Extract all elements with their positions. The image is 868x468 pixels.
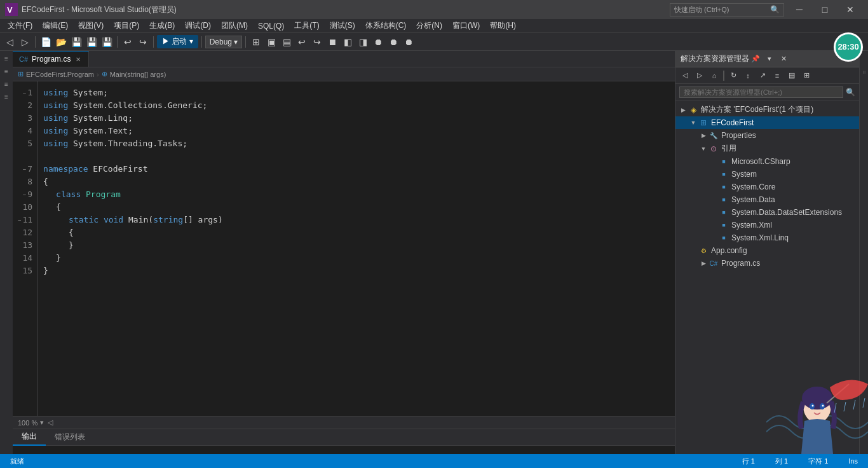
se-tb-filter[interactable]: ≡ (770, 69, 784, 83)
tree-ref-system-xml-linq[interactable]: ■ System.Xml.Linq (675, 231, 859, 244)
menu-analyze[interactable]: 分析(N) (411, 19, 447, 32)
toolbar-forward-btn[interactable]: ▷ (18, 35, 32, 49)
se-tb-props[interactable]: ⊞ (799, 69, 813, 83)
toolbar-btn-j[interactable]: ⏺ (386, 35, 400, 49)
menu-tools[interactable]: 工具(T) (289, 19, 324, 32)
tree-ref-system-data[interactable]: ■ System.Data (675, 193, 859, 206)
se-pin-btn[interactable]: 📌 (749, 53, 762, 65)
breadcrumb-method[interactable]: Main(string[] args) (110, 71, 166, 78)
se-tb-home[interactable]: ⌂ (707, 69, 721, 83)
tab-close-button[interactable]: ✕ (74, 55, 82, 64)
tree-properties[interactable]: ▶ 🔧 Properties (675, 129, 859, 142)
code-content[interactable]: using System; using System.Collections.G… (38, 81, 675, 416)
editor-tab-program-cs[interactable]: C# Program.cs ✕ (13, 51, 89, 67)
se-tb-new[interactable]: ↗ (756, 69, 770, 83)
menu-sql[interactable]: SQL(Q) (253, 20, 289, 32)
tree-arrow-program[interactable]: ▶ (698, 258, 709, 268)
se-dropdown-btn[interactable]: ▾ (763, 53, 776, 65)
se-tb-refresh[interactable]: ↻ (726, 69, 740, 83)
close-button[interactable]: ✕ (837, 0, 863, 19)
kw-using-1: using (43, 86, 73, 99)
toolbar-btn-c[interactable]: ▤ (280, 35, 294, 49)
code-editor[interactable]: − 1 2 3 4 5 − 7 8 − 9 10 − (13, 81, 675, 416)
status-row-text: 行 1 (742, 457, 755, 466)
toolbar-back-btn[interactable]: ◁ (3, 35, 17, 49)
menu-team[interactable]: 团队(M) (216, 19, 253, 32)
toolbar-btn-f[interactable]: ⏹ (325, 35, 339, 49)
toolbar-save-btn[interactable]: 💾 (69, 35, 83, 49)
sidebar-icon-3[interactable]: ≡ (0, 79, 13, 89)
zoom-dropdown-icon[interactable]: ▾ (40, 418, 44, 427)
se-search-input[interactable] (679, 86, 843, 98)
start-button[interactable]: ▶ 启动 ▾ (157, 35, 198, 48)
toolbar-btn-h[interactable]: ◨ (356, 35, 370, 49)
toolbar-btn-d[interactable]: ↩ (295, 35, 309, 49)
toolbar-save-all-btn[interactable]: 💾 (85, 35, 98, 49)
menu-view[interactable]: 视图(V) (73, 19, 109, 32)
collapse-1[interactable]: − (23, 86, 26, 99)
toolbar-btn-a[interactable]: ⊞ (249, 35, 263, 49)
tree-ref-microsoft-csharp[interactable]: ■ Microsoft.CSharp (675, 155, 859, 168)
menu-edit[interactable]: 编辑(E) (37, 19, 73, 32)
status-ready[interactable]: 就绪 (5, 454, 29, 468)
se-tb-pin[interactable]: ↕ (741, 69, 755, 83)
tree-app-config[interactable]: ⚙ App.config (675, 244, 859, 257)
tree-arrow-project[interactable]: ▼ (688, 118, 698, 128)
toolbar-new-btn[interactable]: 📄 (39, 35, 53, 49)
sidebar-icon-2[interactable]: ≡ (0, 66, 13, 76)
tree-project[interactable]: ▼ ⊞ EFCodeFirst (675, 116, 859, 129)
tree-ref-system[interactable]: ■ System (675, 168, 859, 181)
tree-program-cs[interactable]: ▶ C# Program.cs (675, 257, 859, 270)
maximize-button[interactable]: □ (812, 0, 837, 19)
tree-arrow-properties[interactable]: ▶ (698, 130, 709, 141)
menu-architecture[interactable]: 体系结构(C) (360, 19, 412, 32)
zoom-control[interactable]: 100 % ▾ ◁ (18, 418, 53, 427)
collapse-9[interactable]: − (23, 188, 26, 201)
se-close-btn[interactable]: ✕ (777, 53, 790, 65)
tree-references[interactable]: ▼ ⊙ 引用 (675, 142, 859, 155)
se-tb-forward[interactable]: ▷ (693, 69, 707, 83)
menu-help[interactable]: 帮助(H) (485, 19, 521, 32)
tree-solution-root[interactable]: ▶ ◈ 解决方案 'EFCodeFirst'(1 个项目) (675, 103, 859, 116)
toolbar-save-more-btn[interactable]: 💾 (100, 35, 114, 49)
debug-dropdown[interactable]: Debug ▾ (205, 36, 243, 48)
collapse-7[interactable]: − (23, 163, 26, 176)
zoom-scroll-left[interactable]: ◁ (48, 418, 53, 427)
tree-arrow-solution[interactable]: ▶ (678, 105, 688, 115)
sidebar-icon-1[interactable]: ≡ (0, 53, 13, 64)
menu-window[interactable]: 窗口(W) (447, 19, 485, 32)
output-tab-output[interactable]: 输出 (13, 429, 46, 446)
status-char[interactable]: 字符 1 (803, 454, 833, 468)
toolbar-open-btn[interactable]: 📂 (54, 35, 68, 49)
line-numbers: − 1 2 3 4 5 − 7 8 − 9 10 − (13, 81, 38, 416)
editor-area: C# Program.cs ✕ ⊞ EFCodeFirst.Program › … (13, 51, 675, 454)
toolbar-btn-g[interactable]: ◧ (341, 35, 355, 49)
se-tb-collapse[interactable]: ▤ (785, 69, 799, 83)
se-tb-back[interactable]: ◁ (678, 69, 692, 83)
menu-debug[interactable]: 调试(D) (180, 19, 216, 32)
toolbar-btn-e[interactable]: ↪ (310, 35, 324, 49)
tree-arrow-references[interactable]: ▼ (698, 144, 709, 154)
collapse-11[interactable]: − (18, 214, 21, 226)
toolbar-btn-i[interactable]: ⏺ (371, 35, 385, 49)
menu-project[interactable]: 项目(P) (109, 19, 144, 32)
status-row[interactable]: 行 1 (737, 454, 760, 468)
tree-ref-system-xml[interactable]: ■ System.Xml (675, 219, 859, 231)
tree-ref-system-core[interactable]: ■ System.Core (675, 181, 859, 193)
tree-ref-system-data-ds-ext[interactable]: ■ System.Data.DataSetExtensions (675, 206, 859, 219)
menu-test[interactable]: 测试(S) (325, 19, 360, 32)
references-icon: ⊙ (709, 144, 719, 154)
minimize-button[interactable]: ─ (787, 0, 812, 19)
menu-build[interactable]: 生成(B) (144, 19, 180, 32)
toolbar-redo-btn[interactable]: ↪ (136, 35, 150, 49)
output-tab-errors[interactable]: 错误列表 (46, 429, 94, 445)
toolbar-btn-b[interactable]: ▣ (264, 35, 278, 49)
toolbar-undo-btn[interactable]: ↩ (121, 35, 135, 49)
menu-file[interactable]: 文件(F) (3, 19, 37, 32)
status-ins[interactable]: Ins (843, 454, 863, 468)
sidebar-icon-4[interactable]: ≡ (0, 92, 13, 102)
toolbar-btn-k[interactable]: ⏺ (402, 35, 416, 49)
status-col[interactable]: 列 1 (770, 454, 793, 468)
code-line-8: { (43, 176, 670, 188)
breadcrumb-namespace[interactable]: EFCodeFirst.Program (26, 71, 94, 78)
